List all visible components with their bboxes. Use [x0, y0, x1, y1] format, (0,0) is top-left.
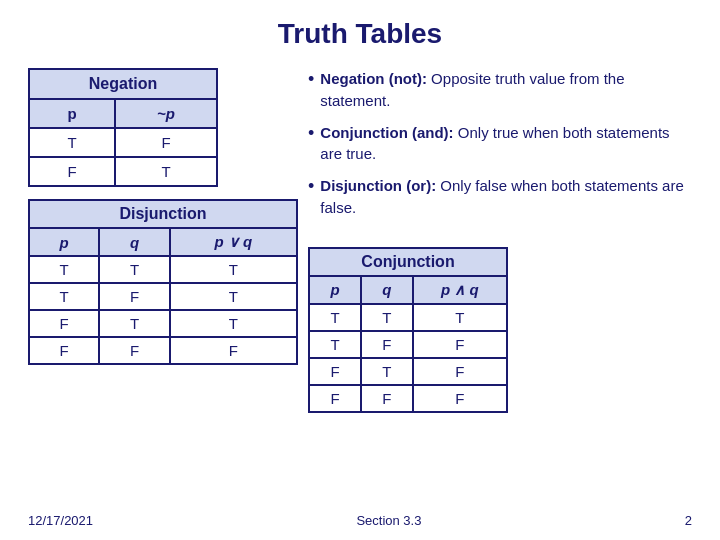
table-row: T T T	[29, 256, 297, 283]
bullet-item-negation: Negation (not): Opposite truth value fro…	[308, 68, 692, 112]
table-row: F T	[29, 157, 217, 186]
conj-col1: p	[309, 276, 361, 304]
table-row: T F T	[29, 283, 297, 310]
disjunction-table: Disjunction p q p ∨ q T T T T	[28, 199, 298, 365]
bullet-text-disjunction: Disjunction (or): Only false when both s…	[320, 175, 692, 219]
cell: T	[309, 304, 361, 331]
page-title: Truth Tables	[28, 18, 692, 50]
disj-col2: q	[99, 228, 169, 256]
cell: T	[361, 358, 413, 385]
cell: T	[99, 310, 169, 337]
conjunction-header: Conjunction	[309, 248, 507, 276]
table-row: T F F	[309, 331, 507, 358]
bullet-item-disjunction: Disjunction (or): Only false when both s…	[308, 175, 692, 219]
cell: F	[170, 337, 297, 364]
conjunction-table: Conjunction p q p ∧ q T T T	[308, 247, 508, 413]
cell: F	[361, 385, 413, 412]
bullet-text-negation: Negation (not): Opposite truth value fro…	[320, 68, 692, 112]
cell: F	[309, 358, 361, 385]
cell: F	[29, 310, 99, 337]
cell: F	[99, 283, 169, 310]
page: Truth Tables Negation p ~p T	[0, 0, 720, 540]
cell: F	[99, 337, 169, 364]
bullet-text-conjunction: Conjunction (and): Only true when both s…	[320, 122, 692, 166]
cell: F	[29, 337, 99, 364]
cell: F	[413, 358, 507, 385]
bullet-list: Negation (not): Opposite truth value fro…	[308, 68, 692, 229]
negation-col2: ~p	[115, 99, 217, 128]
cell: T	[413, 304, 507, 331]
table-row: T F	[29, 128, 217, 157]
footer-page: 2	[685, 513, 692, 528]
cell: T	[115, 157, 217, 186]
table-row: T T T	[309, 304, 507, 331]
disjunction-header: Disjunction	[29, 200, 297, 228]
cell: F	[413, 385, 507, 412]
table-row: F F F	[29, 337, 297, 364]
footer-date: 12/17/2021	[28, 513, 93, 528]
bullet-item-conjunction: Conjunction (and): Only true when both s…	[308, 122, 692, 166]
cell: T	[29, 283, 99, 310]
conjunction-table-container: Conjunction p q p ∧ q T T T	[308, 247, 692, 413]
cell: F	[115, 128, 217, 157]
footer-section: Section 3.3	[356, 513, 421, 528]
cell: T	[29, 128, 115, 157]
right-column: Negation (not): Opposite truth value fro…	[308, 68, 692, 503]
cell: F	[309, 385, 361, 412]
disj-col3: p ∨ q	[170, 228, 297, 256]
negation-table: Negation p ~p T F F T	[28, 68, 218, 187]
table-row: F F F	[309, 385, 507, 412]
negation-header: Negation	[29, 69, 217, 99]
cell: T	[170, 310, 297, 337]
footer: 12/17/2021 Section 3.3 2	[28, 513, 692, 528]
table-row: F T T	[29, 310, 297, 337]
cell: F	[29, 157, 115, 186]
conj-col2: q	[361, 276, 413, 304]
cell: T	[309, 331, 361, 358]
table-row: F T F	[309, 358, 507, 385]
left-column: Negation p ~p T F F T	[28, 68, 298, 503]
cell: F	[413, 331, 507, 358]
cell: T	[29, 256, 99, 283]
negation-col1: p	[29, 99, 115, 128]
main-content: Negation p ~p T F F T	[28, 68, 692, 503]
cell: F	[361, 331, 413, 358]
conj-col3: p ∧ q	[413, 276, 507, 304]
cell: T	[170, 283, 297, 310]
cell: T	[361, 304, 413, 331]
cell: T	[170, 256, 297, 283]
cell: T	[99, 256, 169, 283]
disj-col1: p	[29, 228, 99, 256]
